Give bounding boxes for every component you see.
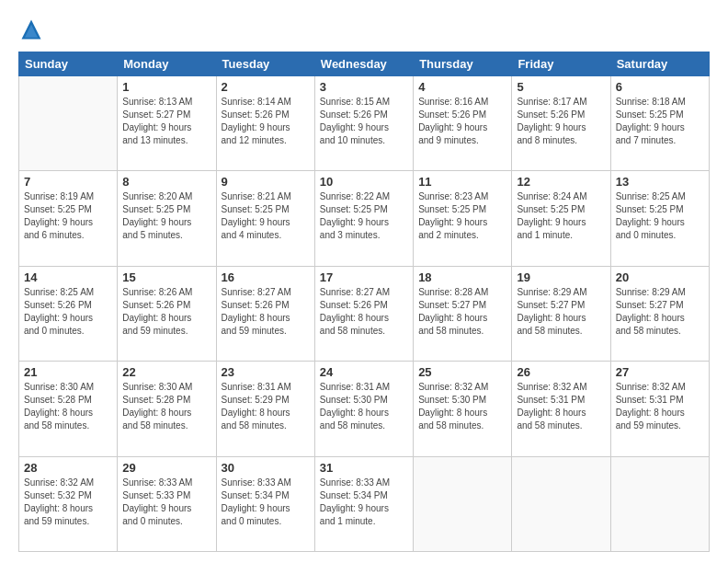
day-header-sunday: Sunday — [19, 52, 118, 76]
day-header-wednesday: Wednesday — [314, 52, 413, 76]
day-header-saturday: Saturday — [610, 52, 709, 76]
calendar-cell: 1Sunrise: 8:13 AM Sunset: 5:27 PM Daylig… — [118, 76, 216, 171]
day-info: Sunrise: 8:33 AM Sunset: 5:34 PM Dayligh… — [222, 477, 310, 528]
day-info: Sunrise: 8:23 AM Sunset: 5:25 PM Dayligh… — [418, 190, 506, 242]
day-number: 3 — [320, 80, 408, 94]
day-header-tuesday: Tuesday — [216, 52, 314, 76]
calendar-cell: 21Sunrise: 8:30 AM Sunset: 5:28 PM Dayli… — [19, 362, 118, 456]
calendar-cell: 25Sunrise: 8:32 AM Sunset: 5:30 PM Dayli… — [414, 362, 512, 456]
calendar-cell: 12Sunrise: 8:24 AM Sunset: 5:25 PM Dayli… — [512, 171, 610, 266]
day-number: 6 — [616, 80, 704, 94]
day-number: 15 — [122, 270, 210, 284]
day-number: 21 — [24, 365, 112, 379]
logo — [18, 17, 48, 42]
day-info: Sunrise: 8:31 AM Sunset: 5:30 PM Dayligh… — [320, 381, 408, 432]
calendar-cell: 19Sunrise: 8:29 AM Sunset: 5:27 PM Dayli… — [512, 266, 610, 361]
day-number: 5 — [517, 80, 605, 94]
day-info: Sunrise: 8:25 AM Sunset: 5:26 PM Dayligh… — [24, 286, 112, 338]
day-number: 13 — [616, 175, 704, 189]
day-info: Sunrise: 8:29 AM Sunset: 5:27 PM Dayligh… — [517, 286, 605, 338]
day-info: Sunrise: 8:24 AM Sunset: 5:25 PM Dayligh… — [517, 190, 605, 242]
day-info: Sunrise: 8:32 AM Sunset: 5:30 PM Dayligh… — [418, 381, 506, 432]
day-info: Sunrise: 8:33 AM Sunset: 5:33 PM Dayligh… — [122, 477, 210, 528]
day-number: 1 — [122, 80, 210, 94]
day-number: 2 — [222, 80, 310, 94]
day-number: 12 — [517, 175, 605, 189]
calendar-cell: 30Sunrise: 8:33 AM Sunset: 5:34 PM Dayli… — [216, 456, 314, 551]
day-number: 4 — [418, 80, 506, 94]
day-info: Sunrise: 8:21 AM Sunset: 5:25 PM Dayligh… — [222, 190, 310, 242]
day-info: Sunrise: 8:30 AM Sunset: 5:28 PM Dayligh… — [122, 381, 210, 432]
calendar-page: SundayMondayTuesdayWednesdayThursdayFrid… — [0, 0, 728, 563]
calendar-cell: 24Sunrise: 8:31 AM Sunset: 5:30 PM Dayli… — [314, 362, 413, 456]
day-number: 18 — [418, 270, 506, 284]
day-info: Sunrise: 8:19 AM Sunset: 5:25 PM Dayligh… — [24, 190, 112, 242]
calendar-cell: 31Sunrise: 8:33 AM Sunset: 5:34 PM Dayli… — [314, 456, 413, 551]
day-info: Sunrise: 8:16 AM Sunset: 5:26 PM Dayligh… — [418, 96, 506, 147]
calendar-cell: 7Sunrise: 8:19 AM Sunset: 5:25 PM Daylig… — [19, 171, 118, 266]
calendar-cell — [512, 456, 610, 551]
day-info: Sunrise: 8:27 AM Sunset: 5:26 PM Dayligh… — [222, 286, 310, 338]
week-row-3: 14Sunrise: 8:25 AM Sunset: 5:26 PM Dayli… — [19, 266, 710, 361]
day-info: Sunrise: 8:20 AM Sunset: 5:25 PM Dayligh… — [122, 190, 210, 242]
calendar-cell: 8Sunrise: 8:20 AM Sunset: 5:25 PM Daylig… — [118, 171, 216, 266]
day-info: Sunrise: 8:27 AM Sunset: 5:26 PM Dayligh… — [320, 286, 408, 338]
day-info: Sunrise: 8:22 AM Sunset: 5:25 PM Dayligh… — [320, 190, 408, 242]
logo-icon — [18, 17, 44, 42]
page-header — [18, 17, 710, 42]
week-row-1: 1Sunrise: 8:13 AM Sunset: 5:27 PM Daylig… — [19, 76, 710, 171]
day-header-monday: Monday — [118, 52, 216, 76]
day-info: Sunrise: 8:18 AM Sunset: 5:25 PM Dayligh… — [616, 96, 704, 147]
day-number: 14 — [24, 270, 112, 284]
day-info: Sunrise: 8:28 AM Sunset: 5:27 PM Dayligh… — [418, 286, 506, 338]
day-info: Sunrise: 8:17 AM Sunset: 5:26 PM Dayligh… — [517, 96, 605, 147]
day-info: Sunrise: 8:32 AM Sunset: 5:32 PM Dayligh… — [24, 477, 112, 528]
day-number: 11 — [418, 175, 506, 189]
week-row-2: 7Sunrise: 8:19 AM Sunset: 5:25 PM Daylig… — [19, 171, 710, 266]
calendar-cell: 11Sunrise: 8:23 AM Sunset: 5:25 PM Dayli… — [414, 171, 512, 266]
day-number: 20 — [616, 270, 704, 284]
calendar-cell — [414, 456, 512, 551]
calendar-header-row: SundayMondayTuesdayWednesdayThursdayFrid… — [19, 52, 710, 76]
calendar-cell: 26Sunrise: 8:32 AM Sunset: 5:31 PM Dayli… — [512, 362, 610, 456]
day-number: 8 — [122, 175, 210, 189]
calendar-cell: 27Sunrise: 8:32 AM Sunset: 5:31 PM Dayli… — [610, 362, 709, 456]
calendar-table: SundayMondayTuesdayWednesdayThursdayFrid… — [18, 52, 710, 552]
day-info: Sunrise: 8:14 AM Sunset: 5:26 PM Dayligh… — [222, 96, 310, 147]
day-header-friday: Friday — [512, 52, 610, 76]
day-info: Sunrise: 8:32 AM Sunset: 5:31 PM Dayligh… — [517, 381, 605, 432]
day-number: 23 — [222, 365, 310, 379]
week-row-5: 28Sunrise: 8:32 AM Sunset: 5:32 PM Dayli… — [19, 456, 710, 551]
day-info: Sunrise: 8:31 AM Sunset: 5:29 PM Dayligh… — [222, 381, 310, 432]
calendar-cell: 28Sunrise: 8:32 AM Sunset: 5:32 PM Dayli… — [19, 456, 118, 551]
day-info: Sunrise: 8:26 AM Sunset: 5:26 PM Dayligh… — [122, 286, 210, 338]
day-number: 19 — [517, 270, 605, 284]
calendar-cell: 5Sunrise: 8:17 AM Sunset: 5:26 PM Daylig… — [512, 76, 610, 171]
day-number: 27 — [616, 365, 704, 379]
calendar-cell — [610, 456, 709, 551]
day-info: Sunrise: 8:15 AM Sunset: 5:26 PM Dayligh… — [320, 96, 408, 147]
day-info: Sunrise: 8:25 AM Sunset: 5:25 PM Dayligh… — [616, 190, 704, 242]
day-header-thursday: Thursday — [414, 52, 512, 76]
calendar-cell: 9Sunrise: 8:21 AM Sunset: 5:25 PM Daylig… — [216, 171, 314, 266]
calendar-cell: 14Sunrise: 8:25 AM Sunset: 5:26 PM Dayli… — [19, 266, 118, 361]
day-number: 16 — [222, 270, 310, 284]
calendar-cell: 3Sunrise: 8:15 AM Sunset: 5:26 PM Daylig… — [314, 76, 413, 171]
calendar-cell: 16Sunrise: 8:27 AM Sunset: 5:26 PM Dayli… — [216, 266, 314, 361]
day-number: 26 — [517, 365, 605, 379]
calendar-cell: 29Sunrise: 8:33 AM Sunset: 5:33 PM Dayli… — [118, 456, 216, 551]
calendar-cell: 18Sunrise: 8:28 AM Sunset: 5:27 PM Dayli… — [414, 266, 512, 361]
day-number: 25 — [418, 365, 506, 379]
day-info: Sunrise: 8:29 AM Sunset: 5:27 PM Dayligh… — [616, 286, 704, 338]
calendar-cell: 4Sunrise: 8:16 AM Sunset: 5:26 PM Daylig… — [414, 76, 512, 171]
calendar-cell: 13Sunrise: 8:25 AM Sunset: 5:25 PM Dayli… — [610, 171, 709, 266]
day-info: Sunrise: 8:30 AM Sunset: 5:28 PM Dayligh… — [24, 381, 112, 432]
day-number: 9 — [222, 175, 310, 189]
calendar-cell: 6Sunrise: 8:18 AM Sunset: 5:25 PM Daylig… — [610, 76, 709, 171]
calendar-cell: 17Sunrise: 8:27 AM Sunset: 5:26 PM Dayli… — [314, 266, 413, 361]
day-number: 22 — [122, 365, 210, 379]
calendar-cell — [19, 76, 118, 171]
day-number: 28 — [24, 461, 112, 475]
day-info: Sunrise: 8:32 AM Sunset: 5:31 PM Dayligh… — [616, 381, 704, 432]
day-number: 7 — [24, 175, 112, 189]
